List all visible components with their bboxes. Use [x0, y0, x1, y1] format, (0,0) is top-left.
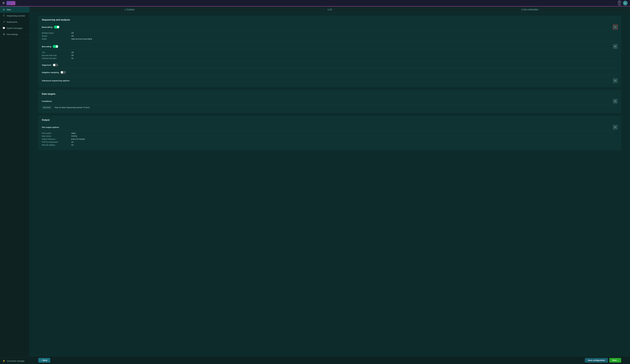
- barcoding-edit-button[interactable]: ✏: [613, 44, 618, 49]
- card-output: Output File output options ✏ File locati…: [38, 116, 621, 150]
- trim-label: Trim: [42, 51, 71, 53]
- fastq-compression-label: FASTQ compression: [42, 141, 71, 143]
- basecalling-toggle[interactable]: [54, 26, 60, 28]
- toggle-knob: [56, 45, 58, 48]
- sidebar-item-label: Sequencing overview: [7, 15, 25, 17]
- help-button[interactable]: ? Help: [618, 1, 621, 5]
- logo: [6, 1, 15, 5]
- file-output-label: File output options: [42, 126, 59, 128]
- basecalling-edit-button[interactable]: ✏: [613, 25, 618, 29]
- sub-row-file-location: File location /data/.: [42, 132, 618, 135]
- sub-row-duplex: Duplex Off: [42, 34, 618, 37]
- advanced-options-edit-button[interactable]: ✏: [613, 78, 618, 83]
- adaptive-sampling-label: Adaptive sampling: [42, 71, 59, 74]
- barcoding-toggle[interactable]: [53, 45, 58, 48]
- run-limit-value: Stop run when sequencing reaches 72 hour…: [55, 107, 90, 109]
- sidebar-item-label: Experiments: [7, 21, 18, 23]
- model-value: High-accuracy basecalling: [71, 38, 92, 40]
- barcode-splitting-label: Barcode splitting: [42, 144, 71, 146]
- sidebar-item-system-messages[interactable]: 💬 System messages: [0, 25, 30, 31]
- start-button[interactable]: Start ›: [610, 358, 621, 363]
- sidebar-item-label: Host settings: [7, 33, 18, 35]
- topbar-right: ? Help L: [618, 1, 628, 5]
- help-label: Help: [618, 4, 621, 5]
- adaptive-sampling-toggle[interactable]: [60, 71, 66, 74]
- step-nav: 1. Positions 2. Kit 3. Run configuration: [30, 6, 630, 13]
- section-advanced-options: Advanced sequencing options ✏: [42, 77, 618, 84]
- selected-barcodes-value: All: [71, 57, 73, 59]
- grid-icon: ⠿: [2, 14, 5, 17]
- sub-row-barcode-splitting: Barcode splitting On: [42, 144, 618, 147]
- step-kit[interactable]: 2. Kit: [230, 6, 430, 12]
- scrollable-content: Sequencing and analysis Basecalling ✏ Mo…: [30, 13, 630, 364]
- user-avatar[interactable]: L: [623, 1, 628, 5]
- output-frequency-value: Every 10 minutes: [71, 138, 85, 140]
- barcoding-label: Barcoding: [42, 45, 51, 48]
- topbar-left: ☰: [2, 1, 15, 5]
- start-icon: ⊙: [2, 8, 5, 11]
- save-configuration-button[interactable]: Save configuration: [585, 358, 608, 363]
- step-run-configuration[interactable]: 3. Run configuration: [430, 6, 630, 12]
- sub-row-selected-barcodes: Selected barcodes All: [42, 57, 618, 60]
- section-file-output: File output options ✏: [42, 124, 618, 131]
- card-title-sequencing-analysis: Sequencing and analysis: [42, 18, 618, 21]
- alignment-toggle[interactable]: [53, 63, 58, 66]
- alignment-header: Alignment: [42, 63, 58, 66]
- duplex-label: Duplex: [42, 35, 71, 37]
- section-barcoding: Barcoding ✏: [42, 43, 618, 50]
- adaptive-sampling-header: Adaptive sampling: [42, 71, 66, 74]
- barcoding-sub-rows: Trim Off Barcode both ends Off Selected …: [42, 50, 618, 60]
- run-limit-row: Run limit Stop run when sequencing reach…: [42, 105, 618, 110]
- sidebar-item-start[interactable]: ⊙ Start: [0, 6, 30, 13]
- sidebar-bottom: ⚡ Connection manager: [0, 358, 30, 364]
- help-icon: ?: [618, 1, 621, 4]
- settings-icon: ⚙: [2, 33, 5, 36]
- chevron-right-icon: ›: [26, 33, 27, 35]
- output-frequency-label: Output frequency: [42, 138, 71, 140]
- file-output-edit-button[interactable]: ✏: [613, 125, 618, 130]
- file-location-value: /data/.: [71, 132, 76, 134]
- section-basecalling: Basecalling ✏: [42, 23, 618, 31]
- content-area: 1. Positions 2. Kit 3. Run configuration…: [30, 6, 630, 364]
- sub-row-modified-bases: Modified bases Off: [42, 32, 618, 34]
- experiments-icon: ↗: [2, 20, 5, 23]
- messages-icon: 💬: [2, 27, 5, 29]
- model-label: Model: [42, 38, 71, 40]
- section-alignment: Alignment: [42, 62, 618, 68]
- sub-row-trim: Trim Off: [42, 51, 618, 54]
- sidebar-item-label: System messages: [7, 27, 22, 29]
- back-label: Back: [43, 359, 47, 361]
- modified-bases-label: Modified bases: [42, 32, 71, 34]
- toggle-knob: [61, 71, 63, 74]
- sub-row-model: Model High-accuracy basecalling: [42, 37, 618, 40]
- start-arrow-icon: ›: [618, 359, 618, 361]
- start-label: Start: [612, 359, 617, 361]
- card-title-output: Output: [42, 119, 618, 121]
- sub-row-output-frequency: Output frequency Every 10 minutes: [42, 138, 618, 141]
- toggle-knob: [57, 26, 59, 28]
- advanced-options-label: Advanced sequencing options: [42, 80, 70, 82]
- sidebar-item-label: Connection manager: [7, 360, 24, 362]
- barcode-splitting-value: On: [71, 144, 74, 146]
- sub-row-data-format: Data format FASTQ: [42, 135, 618, 138]
- sidebar-item-connection-manager[interactable]: ⚡ Connection manager: [0, 358, 30, 364]
- barcode-both-ends-value: Off: [71, 54, 74, 56]
- file-output-sub-rows: File location /data/. Data format FASTQ …: [42, 131, 618, 147]
- action-right: Save configuration Start ›: [585, 358, 621, 363]
- menu-icon[interactable]: ☰: [2, 1, 5, 5]
- connection-icon: ⚡: [2, 360, 5, 362]
- conditions-edit-button[interactable]: ✏: [613, 99, 618, 104]
- sidebar-item-host-settings[interactable]: ⚙ Host settings ›: [0, 31, 30, 37]
- basecalling-sub-rows: Modified bases Off Duplex Off Model High…: [42, 31, 618, 41]
- barcoding-header: Barcoding: [42, 45, 58, 48]
- barcode-both-ends-label: Barcode both ends: [42, 54, 71, 56]
- back-button[interactable]: ‹ Back: [38, 358, 50, 363]
- file-location-label: File location: [42, 132, 71, 134]
- sidebar-item-label: Start: [7, 8, 11, 11]
- sidebar-item-experiments[interactable]: ↗ Experiments: [0, 19, 30, 25]
- toggle-knob: [53, 64, 55, 66]
- modified-bases-value: Off: [71, 32, 74, 34]
- step-positions[interactable]: 1. Positions: [30, 6, 230, 12]
- sidebar-item-sequencing-overview[interactable]: ⠿ Sequencing overview: [0, 13, 30, 19]
- duplex-value: Off: [71, 35, 74, 37]
